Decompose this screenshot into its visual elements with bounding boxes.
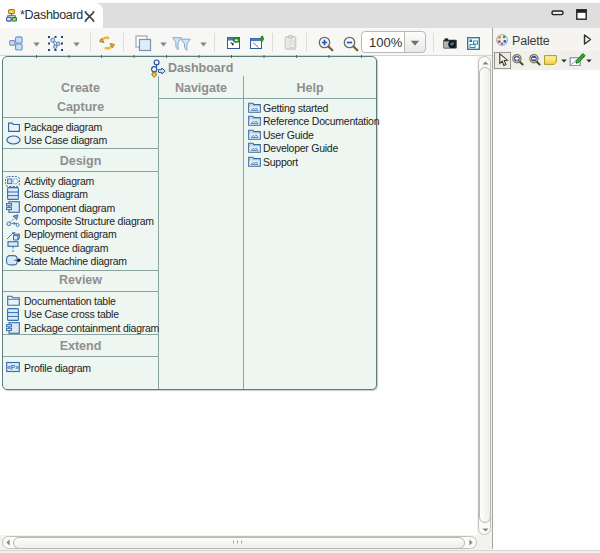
svg-text:«P»: «P» [7, 364, 19, 371]
